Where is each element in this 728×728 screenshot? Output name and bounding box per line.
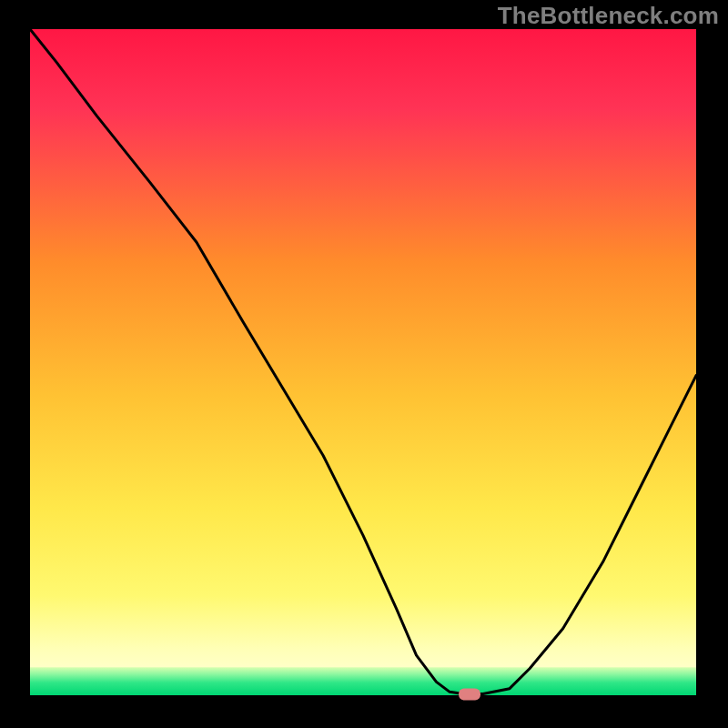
chart-canvas bbox=[30, 29, 696, 695]
optimal-point-marker bbox=[459, 688, 480, 700]
gradient-background bbox=[30, 29, 696, 695]
green-band bbox=[30, 667, 696, 695]
chart-stage: TheBottleneck.com bbox=[0, 0, 728, 728]
site-watermark: TheBottleneck.com bbox=[498, 2, 719, 30]
chart-plot-area bbox=[30, 29, 696, 695]
